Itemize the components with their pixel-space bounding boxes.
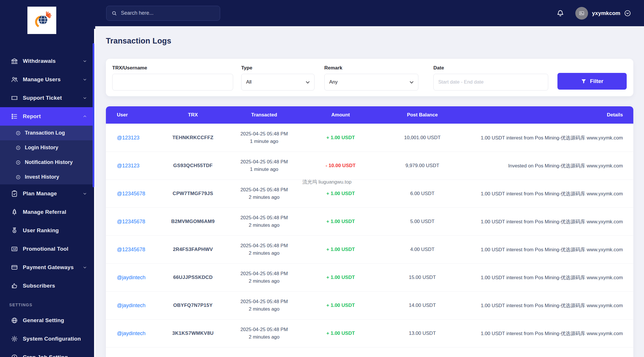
amount: + 1.00 USDT [296,330,385,336]
sidebar-item-label: User Ranking [23,227,59,234]
search-box[interactable] [106,6,220,21]
amount: + 1.00 USDT [296,219,385,224]
remark-select[interactable]: Any [324,74,418,90]
table-row: @123123 TEHNKRKCCFFZ 2025-04-25 05:48 PM… [106,124,633,152]
sidebar-item-label: Manage Users [23,76,61,83]
user-link[interactable]: @123123 [117,163,139,169]
transacted-time: 2025-04-25 05:48 PM1 minute ago [233,130,296,146]
sidebar-item-label: System Configuration [23,336,81,342]
details: 1.00 USDT interest from Pos Mining-优选源码库… [459,218,633,225]
details: 1.00 USDT interest from Pos Mining-优选源码库… [459,135,633,141]
submenu-item-label: Login History [25,145,58,151]
user-link[interactable]: @jaydintech [117,330,145,336]
brand-logo[interactable] [27,7,56,34]
amount: + 1.00 USDT [296,303,385,308]
sidebar-item-label: Promotional Tool [23,246,68,252]
profile-chevron-down-icon[interactable] [624,10,631,17]
details: 1.00 USDT interest from Pos Mining-优选源码库… [459,246,633,253]
username[interactable]: yxymkcom [592,10,620,16]
table-row: @jaydintech OBYFQ7N7P15Y 2025-04-25 05:4… [106,291,633,319]
report-submenu: Transaction Log Login History Notificati… [0,126,95,184]
details: 1.00 USDT interest from Pos Mining-优选源码库… [459,190,633,197]
user-link[interactable]: @12345678 [117,191,145,197]
amount: + 1.00 USDT [296,275,385,280]
sidebar-item-report[interactable]: Report [0,107,95,126]
table-header-row: User TRX Transacted Amount Post Balance … [106,106,633,124]
globe-icon [11,317,19,324]
submenu-item-transaction-log[interactable]: Transaction Log [0,126,95,140]
transacted-time: 2025-04-25 05:48 PM2 minutes ago [233,242,296,257]
ad-icon: Ad [11,245,19,253]
user-link[interactable]: @jaydintech [117,275,145,280]
trx-code: TEHNKRKCCFFZ [153,135,233,141]
remark-label: Remark [324,65,418,71]
date-label: Date [433,65,548,71]
report-list-icon [11,113,19,120]
amount: + 1.00 USDT [296,135,385,141]
details: Invested on Pos Mining-优选源码库 www.yxymk.c… [459,163,633,169]
user-link[interactable]: @jaydintech [117,303,145,308]
submenu-item-notification-history[interactable]: Notification History [0,155,95,170]
amount: + 1.00 USDT [296,191,385,197]
sidebar-item-system-configuration[interactable]: System Configuration [0,330,95,348]
sidebar-item-label: Withdrawals [23,58,56,64]
sidebar-scrollbar-thumb[interactable] [93,43,94,187]
type-select-value: All [246,79,252,85]
bank-icon [11,57,19,65]
sidebar-item-payment-gateways[interactable]: Payment Gateways [0,258,95,277]
user-link[interactable]: @12345678 [117,247,145,252]
sidebar-item-label: Support Ticket [23,95,62,101]
main-area: yxymkcom Transaction Logs TRX/Username T… [95,0,644,357]
sidebar-item-promotional-tool[interactable]: Ad Promotional Tool [0,240,95,258]
sidebar-item-label: Report [23,113,41,120]
chevron-down-icon [306,80,310,84]
chevron-down-icon [410,80,413,84]
sidebar-item-manage-referral[interactable]: Manage Referral [0,203,95,221]
trx-code: CPW7TMGF79JS [153,191,233,197]
filter-button[interactable]: Filter [557,73,627,90]
avatar[interactable] [575,7,588,20]
submenu-item-label: Notification History [25,159,73,165]
sidebar-item-cron-job-setting[interactable]: Cron Job Setting [0,348,95,357]
sidebar-item-label: Subscribers [23,283,55,289]
column-header-transacted: Transacted [233,112,296,118]
sidebar-item-general-setting[interactable]: General Setting [0,311,95,330]
sidebar-nav: Withdrawals Manage Users Support Ticket … [0,52,95,357]
logo-icon [31,11,52,30]
type-label: Type [241,65,314,71]
trx-code: OBYFQ7N7P15Y [153,303,233,308]
sidebar-item-plan-manage[interactable]: Plan Manage [0,184,95,203]
sidebar-item-manage-users[interactable]: Manage Users [0,70,95,89]
date-range-input[interactable] [433,74,548,90]
table-row: @12345678 2R4FS3FAPHWV 2025-04-25 05:48 … [106,235,633,263]
search-icon [111,10,117,16]
trx-username-input[interactable] [112,74,233,90]
details: 1.00 USDT interest from Pos Mining-优选源码库… [459,302,633,309]
search-input[interactable] [121,10,215,16]
sidebar-item-user-ranking[interactable]: User Ranking [0,221,95,240]
post-balance: 15.00 USDT [385,275,459,280]
filter-button-label: Filter [590,78,603,84]
sidebar-item-support-ticket[interactable]: Support Ticket [0,89,95,107]
notification-bell-icon[interactable] [556,9,564,17]
column-header-details: Details [459,112,633,118]
user-link[interactable]: @123123 [117,135,139,141]
user-link[interactable]: @12345678 [117,219,145,224]
transacted-time: 2025-04-25 05:48 PM2 minutes ago [233,270,296,285]
sidebar-item-subscribers[interactable]: Subscribers [0,277,95,295]
submenu-item-invest-history[interactable]: Invest History [0,170,95,184]
topbar-right: yxymkcom [556,7,631,20]
post-balance: 10,001.00 USDT [385,135,459,141]
type-select[interactable]: All [241,74,314,90]
transacted-time: 2025-04-25 05:48 PM2 minutes ago [233,326,296,341]
post-balance: 5.00 USDT [385,219,459,224]
submenu-item-label: Transaction Log [25,130,65,136]
details: 1.00 USDT interest from Pos Mining-优选源码库… [459,274,633,281]
chevron-down-icon [83,96,87,100]
sidebar-item-withdrawals[interactable]: Withdrawals [0,52,95,70]
submenu-item-login-history[interactable]: Login History [0,140,95,155]
watermark: 流光坞 liuguangwu.top [302,179,351,185]
sidebar-item-label: Cron Job Setting [23,354,68,357]
post-balance: 9,979.00 USDT [385,163,459,169]
amount: - 10.00 USDT [296,163,385,169]
